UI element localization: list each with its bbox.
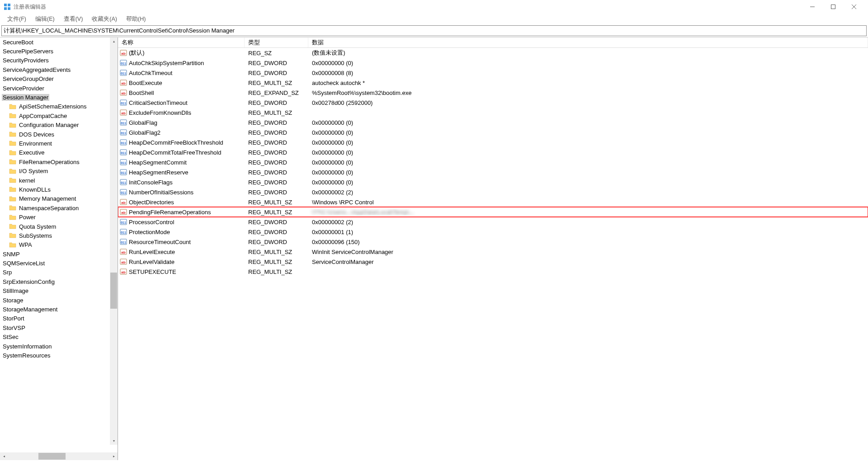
tree-item[interactable]: DOS Devices xyxy=(1,130,118,139)
scroll-right-icon[interactable]: ▸ xyxy=(110,452,118,460)
value-row[interactable]: abPendingFileRenameOperationsREG_MULTI_S… xyxy=(118,207,868,217)
tree-scrollbar-vertical[interactable]: ▴ ▾ xyxy=(110,38,118,445)
value-name-cell: 011ResourceTimeoutCount xyxy=(118,238,245,245)
tree-item[interactable]: SQMServiceList xyxy=(1,259,118,268)
value-row[interactable]: 011GlobalFlag2REG_DWORD0x00000000 (0) xyxy=(118,127,868,137)
tree-item[interactable]: KnownDLLs xyxy=(1,185,118,194)
value-row[interactable]: 011HeapSegmentReserveREG_DWORD0x00000000… xyxy=(118,167,868,177)
menu-favorites[interactable]: 收藏夹(A) xyxy=(87,14,122,24)
tree-item[interactable]: I/O System xyxy=(1,166,118,175)
tree-item[interactable]: SNMP xyxy=(1,249,118,259)
tree-item[interactable]: SecurityProviders xyxy=(1,56,118,65)
value-row[interactable]: 011AutoChkSkipSystemPartitionREG_DWORD0x… xyxy=(118,58,868,68)
tree-item[interactable]: ServiceAggregatedEvents xyxy=(1,65,118,74)
column-type[interactable]: 类型 xyxy=(245,38,308,47)
value-row[interactable]: abRunLevelValidateREG_MULTI_SZServiceCon… xyxy=(118,257,868,267)
column-data[interactable]: 数据 xyxy=(308,38,868,47)
tree-item[interactable]: Configuration Manager xyxy=(1,121,118,130)
scroll-left-icon[interactable]: ◂ xyxy=(0,452,8,460)
minimize-button[interactable] xyxy=(802,0,823,14)
tree-item[interactable]: kernel xyxy=(1,176,118,185)
tree-item[interactable]: SecurePipeServers xyxy=(1,47,118,56)
value-row[interactable]: abObjectDirectoriesREG_MULTI_SZ\Windows … xyxy=(118,197,868,207)
value-row[interactable]: 011CriticalSectionTimeoutREG_DWORD0x0027… xyxy=(118,98,868,108)
value-name-cell: 011AutoChkSkipSystemPartition xyxy=(118,59,245,66)
value-name: AutoChkSkipSystemPartition xyxy=(129,60,204,66)
column-name[interactable]: 名称 xyxy=(118,38,245,47)
tree-item[interactable]: StorVSP xyxy=(1,323,118,332)
tree-item[interactable]: FileRenameOperations xyxy=(1,157,118,166)
close-button[interactable] xyxy=(844,0,864,14)
tree-item[interactable]: SystemResources xyxy=(1,351,118,360)
value-row[interactable]: 011HeapDeCommitFreeBlockThresholdREG_DWO… xyxy=(118,137,868,147)
value-row[interactable]: abBootExecuteREG_MULTI_SZautocheck autoc… xyxy=(118,78,868,88)
tree-item[interactable]: ServiceProvider xyxy=(1,84,118,93)
value-row[interactable]: 011ProcessorControlREG_DWORD0x00000002 (… xyxy=(118,217,868,227)
scroll-thumb-h[interactable] xyxy=(38,453,66,460)
tree-item[interactable]: Environment xyxy=(1,139,118,148)
tree-item[interactable]: StorageManagement xyxy=(1,305,118,314)
tree-item[interactable]: NamespaceSeparation xyxy=(1,203,118,212)
tree-item[interactable]: Memory Management xyxy=(1,194,118,203)
value-row[interactable]: 011NumberOfInitialSessionsREG_DWORD0x000… xyxy=(118,187,868,197)
tree-item[interactable]: Quota System xyxy=(1,222,118,231)
value-row[interactable]: abSETUPEXECUTEREG_MULTI_SZ xyxy=(118,267,868,277)
value-name: RunLevelValidate xyxy=(129,259,175,265)
menu-file[interactable]: 文件(F) xyxy=(3,14,31,24)
menu-help[interactable]: 帮助(H) xyxy=(122,14,150,24)
tree-item-label: Quota System xyxy=(18,223,57,230)
menu-edit[interactable]: 编辑(E) xyxy=(31,14,59,24)
tree-item[interactable]: Power xyxy=(1,212,118,221)
value-row[interactable]: 011ResourceTimeoutCountREG_DWORD0x000000… xyxy=(118,237,868,247)
value-row[interactable]: abExcludeFromKnownDllsREG_MULTI_SZ xyxy=(118,108,868,118)
tree-item[interactable]: SecureBoot xyxy=(1,38,118,47)
tree-item-label: SystemInformation xyxy=(2,343,52,350)
scroll-track-h[interactable] xyxy=(8,452,110,460)
tree-item[interactable]: SystemInformation xyxy=(1,342,118,351)
value-row[interactable]: 011InitConsoleFlagsREG_DWORD0x00000000 (… xyxy=(118,177,868,187)
tree-item[interactable]: StSec xyxy=(1,333,118,342)
value-row[interactable]: 011AutoChkTimeoutREG_DWORD0x00000008 (8) xyxy=(118,68,868,78)
scroll-track[interactable] xyxy=(110,45,118,437)
tree-item[interactable]: ServiceGroupOrder xyxy=(1,75,118,84)
value-row[interactable]: 011GlobalFlagREG_DWORD0x00000000 (0) xyxy=(118,118,868,127)
svg-text:011: 011 xyxy=(121,231,126,234)
tree-scrollbar-horizontal[interactable]: ◂ ▸ xyxy=(0,452,118,460)
tree-item-label: StorPort xyxy=(2,315,25,322)
tree-item[interactable]: SubSystems xyxy=(1,231,118,240)
maximize-button[interactable] xyxy=(823,0,844,14)
scroll-up-icon[interactable]: ▴ xyxy=(110,38,118,45)
value-name-cell: abRunLevelValidate xyxy=(118,258,245,265)
tree-item[interactable]: Session Manager xyxy=(1,93,118,102)
tree-item[interactable]: WPA xyxy=(1,240,118,249)
value-row[interactable]: 011HeapDeCommitTotalFreeThresholdREG_DWO… xyxy=(118,147,868,157)
tree-item[interactable]: AppCompatCache xyxy=(1,111,118,120)
value-row[interactable]: abRunLevelExecuteREG_MULTI_SZWinInit Ser… xyxy=(118,247,868,257)
tree-item[interactable]: Srp xyxy=(1,268,118,277)
value-row[interactable]: abBootShellREG_EXPAND_SZ%SystemRoot%\sys… xyxy=(118,88,868,98)
address-bar[interactable]: 计算机\HKEY_LOCAL_MACHINE\SYSTEM\CurrentCon… xyxy=(1,25,867,36)
tree-list[interactable]: SecureBootSecurePipeServersSecurityProvi… xyxy=(0,38,118,360)
value-data: %SystemRoot%\system32\bootim.exe xyxy=(308,89,868,96)
value-name: HeapDeCommitFreeBlockThreshold xyxy=(129,139,223,146)
scroll-down-icon[interactable]: ▾ xyxy=(110,437,118,445)
scroll-thumb[interactable] xyxy=(110,273,117,309)
reg-dword-icon: 011 xyxy=(120,59,127,66)
tree-item[interactable]: StillImage xyxy=(1,287,118,296)
tree-item[interactable]: StorPort xyxy=(1,314,118,323)
reg-dword-icon: 011 xyxy=(120,99,127,106)
value-row[interactable]: ab(默认)REG_SZ(数值未设置) xyxy=(118,48,868,58)
tree-item-label: SecurityProviders xyxy=(2,57,50,64)
tree-item[interactable]: SrpExtensionConfig xyxy=(1,277,118,286)
value-type: REG_MULTI_SZ xyxy=(245,199,308,206)
svg-text:011: 011 xyxy=(121,141,126,145)
value-row[interactable]: 011HeapSegmentCommitREG_DWORD0x00000000 … xyxy=(118,157,868,167)
value-type: REG_DWORD xyxy=(245,139,308,146)
folder-icon xyxy=(9,140,16,147)
tree-item[interactable]: Storage xyxy=(1,296,118,305)
tree-item[interactable]: Executive xyxy=(1,148,118,157)
tree-item[interactable]: ApiSetSchemaExtensions xyxy=(1,102,118,111)
svg-text:ab: ab xyxy=(121,81,125,85)
value-row[interactable]: 011ProtectionModeREG_DWORD0x00000001 (1) xyxy=(118,227,868,237)
menu-view[interactable]: 查看(V) xyxy=(59,14,88,24)
